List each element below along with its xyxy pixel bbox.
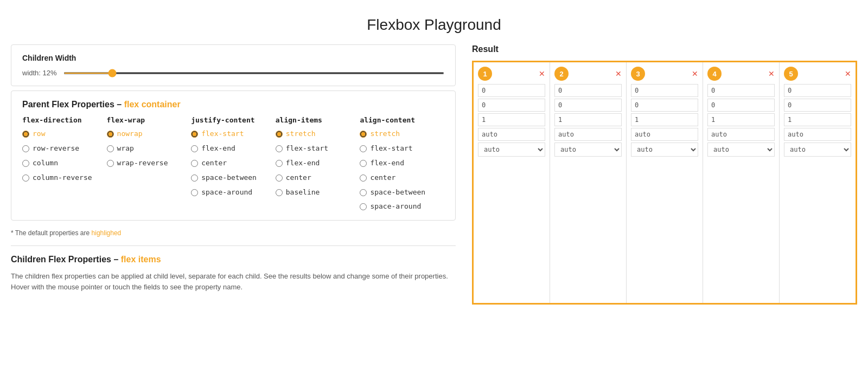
radio-row[interactable]: row (22, 130, 101, 139)
radio-flex-end-jc-input[interactable] (191, 145, 198, 152)
radio-space-between-ac-input[interactable] (360, 189, 367, 196)
card-field2-1[interactable]: 0 (478, 99, 545, 112)
result-title: Result (472, 44, 857, 54)
align-content-group: stretch flex-start flex-end center (360, 130, 439, 211)
radio-center-jc[interactable]: center (191, 159, 270, 168)
radio-space-between-jc[interactable]: space-between (191, 173, 270, 183)
card-field4-2[interactable]: auto (554, 128, 622, 141)
card-field2-2[interactable]: 0 (554, 99, 622, 112)
card-number-2: 2 (554, 67, 569, 81)
radio-row-label: row (33, 130, 45, 139)
align-content-title: align-content (360, 116, 439, 124)
card-field4-4[interactable]: auto (707, 128, 775, 141)
card-field3-1[interactable]: 1 (478, 113, 545, 126)
radio-center-ac[interactable]: center (360, 173, 439, 183)
radio-baseline-ai[interactable]: baseline (276, 188, 355, 197)
radio-column[interactable]: column (22, 159, 101, 168)
card-field1-1[interactable]: 0 (478, 84, 545, 97)
radio-column-input[interactable] (22, 160, 29, 167)
radio-wrap-reverse[interactable]: wrap-reverse (107, 159, 186, 168)
radio-stretch-ac[interactable]: stretch (360, 130, 439, 139)
justify-content-col: justify-content flex-start flex-end c (191, 116, 276, 211)
card-select-5[interactable]: auto flex-start flex-end center baseline… (784, 143, 851, 157)
card-field2-4[interactable]: 0 (707, 99, 775, 112)
card-field2-5[interactable]: 0 (784, 99, 851, 112)
radio-flex-start-ac[interactable]: flex-start (360, 144, 439, 153)
card-header-1: 1 ✕ (478, 67, 545, 81)
radio-space-between-ac[interactable]: space-between (360, 188, 439, 197)
radio-flex-end-ac-input[interactable] (360, 160, 367, 167)
radio-column-reverse[interactable]: column-reverse (22, 173, 101, 183)
radio-flex-end-ac[interactable]: flex-end (360, 159, 439, 168)
card-select-4[interactable]: auto flex-start flex-end center baseline… (707, 143, 775, 157)
radio-nowrap-input[interactable] (107, 131, 114, 138)
radio-center-ai[interactable]: center (276, 173, 355, 183)
card-header-2: 2 ✕ (554, 67, 622, 81)
card-field3-5[interactable]: 1 (784, 113, 851, 126)
card-field3-2[interactable]: 1 (554, 113, 622, 126)
card-field4-5[interactable]: auto (784, 128, 851, 141)
radio-row-input[interactable] (22, 131, 29, 138)
radio-nowrap-label: nowrap (117, 130, 143, 139)
radio-column-reverse-label: column-reverse (33, 173, 92, 183)
card-number-1: 1 (478, 67, 492, 81)
radio-space-around-ac-input[interactable] (360, 203, 367, 210)
card-select-1[interactable]: auto flex-start flex-end center baseline… (478, 143, 545, 157)
radio-nowrap[interactable]: nowrap (107, 130, 186, 139)
radio-flex-start-ai[interactable]: flex-start (276, 144, 355, 153)
card-field2-3[interactable]: 0 (631, 99, 698, 112)
radio-center-jc-input[interactable] (191, 160, 198, 167)
card-close-1[interactable]: ✕ (539, 69, 545, 78)
radio-stretch-ac-input[interactable] (360, 131, 367, 138)
card-close-5[interactable]: ✕ (845, 69, 851, 78)
radio-center-ac-input[interactable] (360, 174, 367, 182)
card-field1-2[interactable]: 0 (554, 84, 622, 97)
card-field4-1[interactable]: auto (478, 128, 545, 141)
card-close-4[interactable]: ✕ (768, 69, 775, 78)
right-panel: Result 1 ✕ 0 0 1 auto auto flex-start fl… (472, 44, 857, 305)
radio-flex-start-ai-input[interactable] (276, 145, 283, 152)
radio-space-between-jc-input[interactable] (191, 174, 198, 182)
card-close-2[interactable]: ✕ (615, 69, 622, 78)
children-width-section: Children Width width: 12% (11, 44, 456, 86)
radio-center-ai-input[interactable] (276, 174, 283, 182)
radio-space-around-ac[interactable]: space-around (360, 202, 439, 211)
radio-flex-end-ai-input[interactable] (276, 160, 283, 167)
width-slider[interactable] (63, 72, 444, 74)
card-close-3[interactable]: ✕ (692, 69, 698, 78)
radio-flex-start-jc-input[interactable] (191, 131, 198, 138)
radio-center-ai-label: center (286, 173, 311, 183)
card-field1-4[interactable]: 0 (707, 84, 775, 97)
radio-space-around-jc[interactable]: space-around (191, 188, 270, 197)
radio-baseline-ai-input[interactable] (276, 189, 283, 196)
radio-stretch-ai[interactable]: stretch (276, 130, 355, 139)
radio-wrap[interactable]: wrap (107, 144, 186, 153)
card-field3-3[interactable]: 1 (631, 113, 698, 126)
card-field1-3[interactable]: 0 (631, 84, 698, 97)
card-select-3[interactable]: auto flex-start flex-end center baseline… (631, 143, 698, 157)
card-select-2[interactable]: auto flex-start flex-end center baseline… (554, 143, 622, 157)
slider-row: width: 12% (22, 69, 444, 77)
radio-row-reverse-input[interactable] (22, 145, 29, 152)
radio-wrap-reverse-input[interactable] (107, 160, 114, 167)
radio-flex-start-ac-input[interactable] (360, 145, 367, 152)
card-field4-3[interactable]: auto (631, 128, 698, 141)
radio-flex-end-jc[interactable]: flex-end (191, 144, 270, 153)
radio-stretch-ai-input[interactable] (276, 131, 283, 138)
flex-child-card-2: 2 ✕ 0 0 1 auto auto flex-start flex-end … (550, 62, 627, 303)
radio-row-reverse[interactable]: row-reverse (22, 144, 101, 153)
radio-flex-start-jc[interactable]: flex-start (191, 130, 270, 139)
radio-wrap-input[interactable] (107, 145, 114, 152)
flex-child-card-4: 4 ✕ 0 0 1 auto auto flex-start flex-end … (703, 62, 780, 303)
flex-direction-title: flex-direction (22, 116, 101, 124)
radio-space-around-jc-input[interactable] (191, 189, 198, 196)
radio-space-between-jc-label: space-between (201, 173, 257, 183)
radio-row-reverse-label: row-reverse (33, 144, 79, 153)
align-items-col: align-items stretch flex-start flex-e (276, 116, 360, 211)
radio-flex-end-jc-label: flex-end (201, 144, 235, 153)
card-field1-5[interactable]: 0 (784, 84, 851, 97)
radio-flex-end-ai[interactable]: flex-end (276, 159, 355, 168)
card-field3-4[interactable]: 1 (707, 113, 775, 126)
radio-column-reverse-input[interactable] (22, 174, 29, 182)
card-number-5: 5 (784, 67, 798, 81)
